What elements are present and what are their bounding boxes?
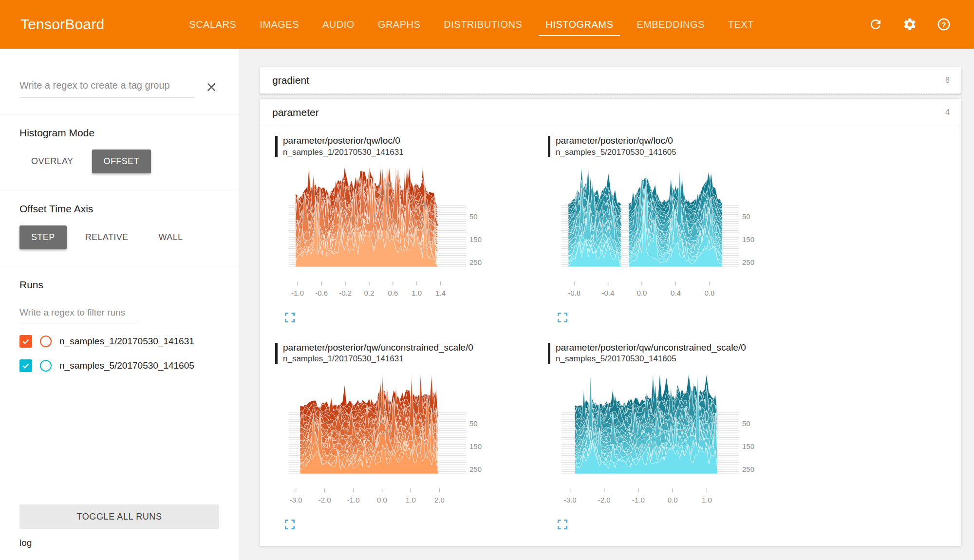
histogram-chart[interactable]: 50150250-1.0-0.6-0.20.20.61.01.4 [275, 159, 504, 310]
close-icon [205, 80, 218, 94]
histogram-title: parameter/posterior/qw/loc/0 n_samples_1… [275, 135, 548, 158]
svg-text:50: 50 [742, 212, 750, 221]
histogram-run: n_samples_5/20170530_141605 [556, 354, 746, 364]
step-axis-labels: 50150250 [742, 212, 754, 266]
header-actions: ? [868, 17, 974, 32]
svg-text:-0.2: -0.2 [339, 289, 352, 297]
svg-text:0.8: 0.8 [704, 289, 714, 297]
run-checkbox[interactable] [19, 359, 32, 372]
svg-text:1.4: 1.4 [435, 289, 446, 297]
tensorboard-app: TensorBoard SCALARS IMAGES AUDIO GRAPHS … [0, 0, 974, 560]
run-regex-input[interactable] [19, 304, 139, 323]
toggle-all-runs-button[interactable]: TOGGLE ALL RUNS [19, 504, 219, 529]
histogram-tag: parameter/posterior/qw/loc/0 [283, 135, 404, 147]
tab-graphs[interactable]: GRAPHS [366, 0, 432, 49]
x-axis: -1.0-0.6-0.20.20.61.01.4 [291, 281, 446, 297]
check-icon [21, 337, 30, 346]
offset-time-axis-buttons: STEP RELATIVE WALL [19, 225, 219, 249]
step-axis-button[interactable]: STEP [19, 225, 67, 249]
run-item: n_samples_5/20170530_141605 [19, 359, 219, 372]
histogram-mode-label: Histogram Mode [19, 127, 219, 139]
clear-regex-button[interactable] [204, 79, 219, 95]
tag-filter-row [19, 77, 219, 97]
svg-text:0.0: 0.0 [668, 496, 678, 504]
tag-group-parameter-header[interactable]: parameter 4 [260, 99, 961, 126]
tag-group-regex-input[interactable] [19, 77, 194, 97]
svg-text:-0.4: -0.4 [602, 289, 615, 297]
histogram-chart[interactable]: 50150250-0.8-0.40.00.40.8 [548, 159, 777, 310]
histogram-layers [568, 167, 722, 267]
help-icon: ? [937, 17, 951, 32]
tag-group-count: 8 [945, 76, 950, 85]
nav-tabs: SCALARS IMAGES AUDIO GRAPHS DISTRIBUTION… [177, 0, 766, 49]
histogram-title: parameter/posterior/qw/unconstrained_sca… [275, 342, 548, 365]
tag-group-title: gradient [272, 75, 945, 86]
divider [0, 190, 239, 190]
fullscreen-icon [557, 519, 568, 530]
tab-text[interactable]: TEXT [716, 0, 766, 49]
histogram-svg: 50150250-3.0-2.0-1.00.01.02.0 [275, 366, 504, 517]
tab-scalars[interactable]: SCALARS [177, 0, 248, 49]
expand-chart-button[interactable] [556, 518, 569, 531]
svg-text:50: 50 [469, 212, 478, 221]
divider [0, 266, 239, 266]
svg-text:250: 250 [469, 465, 482, 473]
expand-chart-button[interactable] [556, 311, 569, 324]
offset-mode-button[interactable]: OFFSET [92, 149, 151, 173]
histogram-svg: 50150250-1.0-0.6-0.20.20.61.01.4 [275, 159, 504, 310]
run-name: n_samples_1/20170530_141631 [59, 336, 194, 347]
sidebar: Histogram Mode OVERLAY OFFSET Offset Tim… [0, 49, 239, 560]
expand-chart-button[interactable] [283, 518, 297, 531]
tab-embeddings[interactable]: EMBEDDINGS [625, 0, 716, 49]
svg-text:-1.0: -1.0 [632, 496, 645, 504]
svg-text:250: 250 [469, 258, 482, 266]
tag-group-gradient-header[interactable]: gradient 8 [260, 67, 961, 93]
wall-axis-button[interactable]: WALL [147, 225, 195, 249]
histogram-chart[interactable]: 50150250-3.0-2.0-1.00.01.0 [548, 366, 777, 517]
charts-grid: parameter/posterior/qw/loc/0 n_samples_1… [260, 126, 961, 546]
histogram-run: n_samples_1/20170530_141631 [283, 147, 404, 158]
overlay-mode-button[interactable]: OVERLAY [19, 149, 85, 173]
run-item: n_samples_1/20170530_141631 [19, 335, 219, 348]
run-radio[interactable] [40, 360, 52, 372]
histogram-run: n_samples_1/20170530_141631 [283, 354, 473, 364]
tag-group-parameter: parameter 4 parameter/posterior/qw/loc/0… [260, 99, 961, 546]
svg-text:-1.0: -1.0 [291, 289, 304, 297]
svg-text:0.0: 0.0 [377, 496, 387, 504]
run-checkbox[interactable] [19, 335, 32, 348]
spacer [19, 372, 219, 504]
tag-group-count: 4 [945, 108, 950, 117]
relative-axis-button[interactable]: RELATIVE [74, 225, 140, 249]
histogram-tile: parameter/posterior/qw/loc/0 n_samples_1… [275, 135, 548, 324]
svg-text:150: 150 [469, 235, 482, 243]
histogram-svg: 50150250-0.8-0.40.00.40.8 [548, 159, 777, 310]
divider [0, 114, 239, 114]
app-title: TensorBoard [0, 16, 104, 33]
tab-audio[interactable]: AUDIO [311, 0, 366, 49]
histogram-mode-buttons: OVERLAY OFFSET [19, 149, 219, 173]
svg-text:150: 150 [742, 442, 754, 450]
tab-distributions[interactable]: DISTRIBUTIONS [432, 0, 534, 49]
expand-chart-button[interactable] [283, 311, 297, 324]
refresh-icon [868, 17, 883, 32]
help-button[interactable]: ? [936, 17, 952, 32]
refresh-button[interactable] [868, 17, 883, 32]
x-axis: -3.0-2.0-1.00.01.0 [564, 488, 712, 504]
histogram-run: n_samples_5/20170530_141605 [556, 147, 676, 158]
runs-filter-row [19, 304, 219, 323]
histogram-tile: parameter/posterior/qw/loc/0 n_samples_5… [548, 135, 821, 324]
tag-group-title: parameter [272, 107, 945, 118]
tag-marker-bar [275, 136, 278, 157]
tab-histograms[interactable]: HISTOGRAMS [534, 0, 625, 49]
histogram-layers [296, 167, 438, 267]
svg-text:0.2: 0.2 [364, 289, 375, 297]
histogram-svg: 50150250-3.0-2.0-1.00.01.0 [548, 366, 777, 517]
histogram-chart[interactable]: 50150250-3.0-2.0-1.00.01.02.0 [275, 366, 504, 517]
svg-text:250: 250 [742, 258, 754, 266]
tab-images[interactable]: IMAGES [248, 0, 311, 49]
svg-text:250: 250 [742, 465, 754, 473]
histogram-tag: parameter/posterior/qw/unconstrained_sca… [283, 342, 473, 354]
run-radio[interactable] [40, 336, 52, 347]
svg-text:50: 50 [742, 419, 750, 428]
settings-button[interactable] [902, 17, 918, 32]
